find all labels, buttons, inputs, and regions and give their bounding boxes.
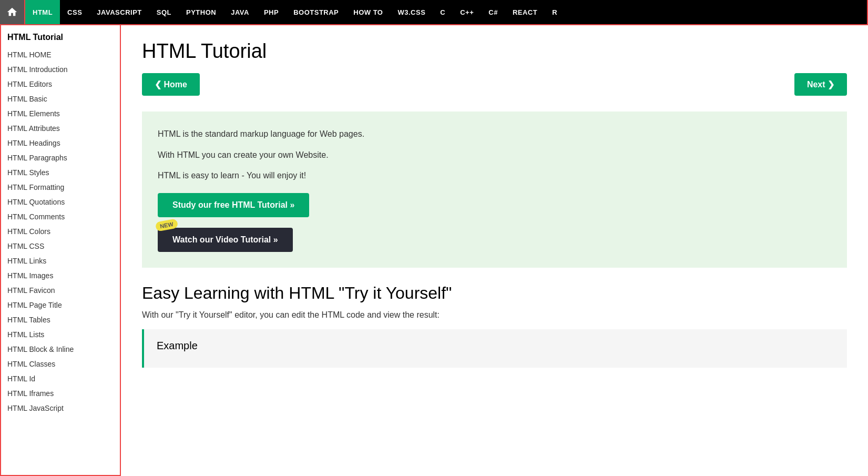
sidebar-link[interactable]: HTML Quotations — [1, 195, 120, 209]
sidebar-link[interactable]: HTML Editors — [1, 77, 120, 92]
sidebar-link[interactable]: HTML Introduction — [1, 62, 120, 77]
easy-learning-desc: With our "Try it Yourself" editor, you c… — [142, 310, 847, 320]
nav-items-container: HTMLCSSJAVASCRIPTSQLPYTHONJAVAPHPBOOTSTR… — [24, 0, 868, 25]
sidebar-link[interactable]: HTML Tables — [1, 312, 120, 327]
nav-item-html[interactable]: HTML — [25, 0, 60, 24]
info-line-2: With HTML you can create your own Websit… — [158, 148, 831, 162]
nav-item-java[interactable]: JAVA — [223, 0, 257, 24]
nav-buttons: ❮ Home Next ❯ — [142, 73, 847, 96]
nav-item-bootstrap[interactable]: BOOTSTRAP — [286, 0, 346, 24]
sidebar-link[interactable]: HTML Favicon — [1, 283, 120, 298]
body-layout: HTML Tutorial HTML HOMEHTML Introduction… — [0, 24, 868, 476]
nav-item-python[interactable]: PYTHON — [179, 0, 223, 24]
nav-item-sql[interactable]: SQL — [149, 0, 179, 24]
sidebar-link[interactable]: HTML HOME — [1, 47, 120, 62]
study-button[interactable]: Study our free HTML Tutorial » — [158, 193, 309, 217]
nav-item-c++[interactable]: C++ — [453, 0, 481, 24]
example-label: Example — [157, 340, 834, 352]
example-box: Example — [142, 329, 847, 368]
sidebar: HTML Tutorial HTML HOMEHTML Introduction… — [0, 24, 121, 476]
nav-item-javascript[interactable]: JAVASCRIPT — [89, 0, 149, 24]
sidebar-link[interactable]: HTML Colors — [1, 224, 120, 239]
sidebar-link[interactable]: HTML Elements — [1, 106, 120, 121]
sidebar-link[interactable]: HTML Comments — [1, 209, 120, 224]
easy-learning-title: Easy Learning with HTML "Try it Yourself… — [142, 283, 847, 303]
top-navigation: HTMLCSSJAVASCRIPTSQLPYTHONJAVAPHPBOOTSTR… — [0, 0, 868, 24]
nav-item-php[interactable]: PHP — [257, 0, 286, 24]
video-button-wrapper: NEW Watch our Video Tutorial » — [158, 228, 293, 252]
sidebar-link[interactable]: HTML Basic — [1, 92, 120, 106]
sidebar-link[interactable]: HTML Formatting — [1, 180, 120, 195]
sidebar-link[interactable]: HTML JavaScript — [1, 401, 120, 416]
nav-item-how-to[interactable]: HOW TO — [346, 0, 390, 24]
sidebar-link[interactable]: HTML Classes — [1, 357, 120, 371]
sidebar-link[interactable]: HTML Links — [1, 254, 120, 268]
info-box: HTML is the standard markup language for… — [142, 112, 847, 268]
sidebar-link[interactable]: HTML Paragraphs — [1, 150, 120, 165]
page-title: HTML Tutorial — [142, 40, 847, 63]
home-button[interactable]: ❮ Home — [142, 73, 200, 96]
sidebar-link[interactable]: HTML CSS — [1, 239, 120, 254]
main-content: HTML Tutorial ❮ Home Next ❯ HTML is the … — [121, 24, 868, 476]
nav-item-r[interactable]: R — [545, 0, 565, 24]
info-line-3: HTML is easy to learn - You will enjoy i… — [158, 169, 831, 183]
info-line-1: HTML is the standard markup language for… — [158, 127, 831, 141]
nav-item-c[interactable]: C — [433, 0, 453, 24]
nav-item-react[interactable]: REACT — [505, 0, 545, 24]
nav-item-c#[interactable]: C# — [481, 0, 505, 24]
sidebar-link[interactable]: HTML Styles — [1, 165, 120, 180]
sidebar-title: HTML Tutorial — [1, 25, 120, 47]
sidebar-link[interactable]: HTML Images — [1, 268, 120, 283]
home-icon-button[interactable] — [0, 0, 24, 24]
sidebar-link[interactable]: HTML Id — [1, 371, 120, 386]
sidebar-links: HTML HOMEHTML IntroductionHTML EditorsHT… — [1, 47, 120, 416]
nav-item-css[interactable]: CSS — [60, 0, 89, 24]
nav-item-w3.css[interactable]: W3.CSS — [390, 0, 433, 24]
sidebar-link[interactable]: HTML Attributes — [1, 121, 120, 136]
home-icon — [6, 6, 18, 18]
next-button[interactable]: Next ❯ — [794, 73, 847, 96]
sidebar-link[interactable]: HTML Page Title — [1, 298, 120, 312]
sidebar-link[interactable]: HTML Block & Inline — [1, 342, 120, 357]
sidebar-link[interactable]: HTML Headings — [1, 136, 120, 150]
easy-learning-section: Easy Learning with HTML "Try it Yourself… — [142, 283, 847, 368]
sidebar-link[interactable]: HTML Lists — [1, 327, 120, 342]
sidebar-link[interactable]: HTML Iframes — [1, 386, 120, 401]
video-button[interactable]: Watch our Video Tutorial » — [158, 228, 293, 252]
